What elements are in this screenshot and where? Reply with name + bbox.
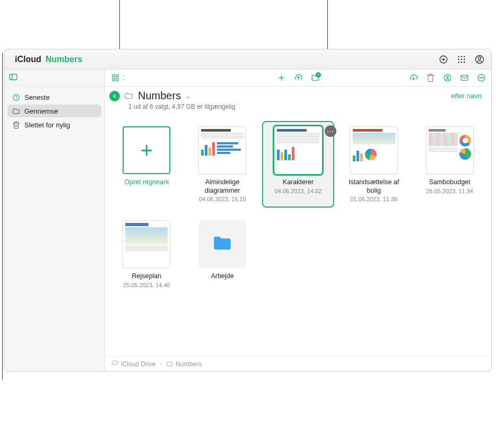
svg-point-3 — [458, 56, 459, 57]
sidebar: Seneste Gennemse Slettet for nylig — [4, 70, 105, 371]
upload-cloud-icon[interactable] — [293, 73, 303, 83]
svg-point-10 — [461, 61, 463, 63]
svg-rect-17 — [112, 75, 114, 77]
tile-name: Sambobudget — [429, 178, 471, 187]
tile-name: Rejseplan — [132, 272, 162, 281]
doc-thumbnail — [123, 220, 170, 268]
svg-point-32 — [481, 77, 481, 78]
sidebar-item-recents[interactable]: Seneste — [7, 91, 101, 104]
tile-date: 04.06.2023, 16.10 — [199, 196, 246, 202]
back-button[interactable] — [109, 91, 120, 101]
view-grid-icon[interactable] — [110, 73, 120, 83]
sidebar-toggle-icon[interactable] — [8, 72, 18, 84]
add-icon[interactable] — [276, 73, 286, 83]
view-options-chevron-icon[interactable] — [121, 73, 126, 83]
mail-icon[interactable] — [459, 73, 469, 83]
breadcrumb-current[interactable]: Numbers — [166, 360, 202, 368]
sort-button[interactable]: efter navn — [451, 92, 485, 100]
delete-icon[interactable] — [425, 73, 435, 83]
svg-point-13 — [478, 57, 481, 59]
svg-rect-19 — [112, 79, 114, 81]
document-tile[interactable]: Almindelige diagrammer 04.06.2023, 16.10 — [186, 121, 259, 208]
svg-marker-22 — [123, 79, 125, 80]
tile-name: Arbejde — [211, 272, 234, 281]
tile-name: Karakterer — [283, 178, 314, 187]
folder-thumbnail — [198, 220, 246, 268]
tile-date: 04.06.2023, 14.02 — [275, 188, 322, 194]
toolbar: + — [105, 70, 491, 87]
svg-point-5 — [464, 56, 465, 57]
tile-name: Almindelige diagrammer — [189, 178, 256, 195]
app-launcher-icon[interactable] — [456, 54, 467, 65]
svg-point-7 — [461, 58, 463, 60]
selection-status: 1 ud af 6 valgt, 4,97 GB er tilgængelig — [105, 103, 491, 114]
breadcrumb-separator-icon: › — [160, 360, 162, 368]
breadcrumb-root-label: iCloud Drive — [121, 360, 155, 368]
tile-date: 25.05.2023, 14.48 — [123, 282, 170, 288]
more-options-button[interactable]: ⋯ — [325, 125, 336, 137]
more-icon[interactable] — [476, 73, 486, 83]
create-spreadsheet-button[interactable]: + Opret regneark — [110, 121, 183, 208]
titlebar-app-name: Numbers — [46, 55, 82, 64]
document-tile[interactable]: Istandsættelse af bolig 01.06.2023, 11.3… — [337, 121, 410, 208]
breadcrumb: iCloud Drive › Numbers — [105, 356, 491, 371]
svg-rect-20 — [116, 79, 118, 81]
sidebar-item-browse[interactable]: Gennemse — [7, 105, 101, 117]
document-grid: + Opret regneark — [105, 114, 491, 299]
doc-thumbnail — [350, 126, 398, 174]
folder-big-icon — [211, 232, 233, 256]
svg-point-9 — [458, 61, 459, 63]
svg-point-31 — [479, 77, 480, 78]
title-chevron-icon[interactable]: ⌄ — [185, 92, 190, 100]
titlebar-prefix: iCloud — [15, 55, 41, 64]
svg-point-28 — [446, 76, 448, 78]
main-area: + — [105, 70, 491, 371]
create-thumb: + — [123, 126, 170, 174]
svg-point-8 — [464, 58, 465, 60]
svg-point-11 — [464, 61, 465, 63]
plus-icon: + — [141, 139, 153, 162]
svg-marker-21 — [123, 75, 125, 76]
breadcrumb-root[interactable]: iCloud Drive — [111, 360, 155, 368]
clock-icon — [12, 93, 20, 101]
app-window: iCloud Numbers — [4, 49, 492, 372]
svg-point-6 — [458, 58, 459, 60]
page-title: Numbers — [138, 90, 181, 102]
svg-point-4 — [461, 56, 463, 57]
svg-point-33 — [482, 77, 483, 78]
callout-line-3 — [2, 53, 3, 380]
account-icon[interactable] — [474, 54, 485, 65]
sidebar-item-label: Seneste — [24, 93, 50, 101]
trash-icon — [12, 120, 20, 129]
new-folder-icon[interactable]: + — [310, 73, 320, 83]
folder-tile[interactable]: Arbejde — [186, 215, 259, 294]
tile-date: 01.06.2023, 11.36 — [350, 196, 397, 202]
doc-thumbnail — [426, 126, 474, 174]
doc-thumbnail — [198, 126, 246, 174]
svg-rect-14 — [10, 74, 17, 80]
titlebar: iCloud Numbers — [4, 49, 491, 70]
tile-name: Opret regneark — [124, 178, 169, 187]
callout-line-2 — [327, 0, 328, 49]
sidebar-item-recently-deleted[interactable]: Slettet for nylig — [7, 118, 101, 131]
document-tile[interactable]: Rejseplan 25.05.2023, 14.48 — [110, 215, 183, 294]
svg-rect-18 — [116, 75, 118, 77]
new-item-icon[interactable] — [438, 54, 449, 65]
tile-name: Istandsættelse af bolig — [341, 178, 407, 195]
folder-icon — [12, 107, 20, 115]
folder-icon — [124, 91, 134, 101]
document-tile[interactable]: ⋯ Karakterer 04.06.2023, 14.02 — [262, 121, 335, 208]
doc-thumbnail — [274, 126, 322, 174]
callout-line-1 — [119, 0, 120, 49]
download-cloud-icon[interactable] — [408, 73, 418, 83]
sidebar-item-label: Slettet for nylig — [24, 121, 70, 129]
breadcrumb-current-label: Numbers — [176, 360, 202, 368]
header-row: Numbers ⌄ efter navn — [105, 87, 491, 103]
sidebar-item-label: Gennemse — [24, 107, 58, 115]
document-tile[interactable]: Sambobudget 28.05.2023, 11.34 — [413, 121, 486, 208]
share-people-icon[interactable] — [442, 73, 452, 83]
tile-date: 28.05.2023, 11.34 — [426, 188, 473, 194]
